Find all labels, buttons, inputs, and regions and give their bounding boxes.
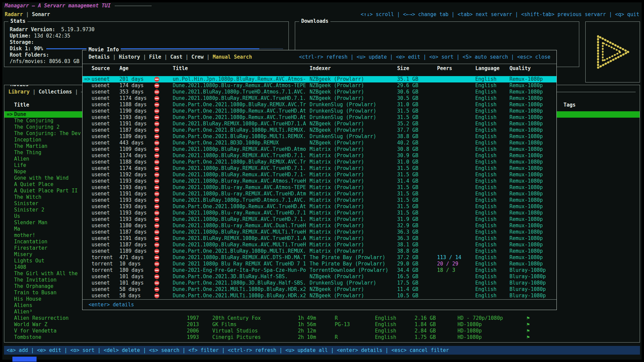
search-result-row[interactable]: usenet1109 daysDune.2021.1080p.BluRay.RE… (83, 146, 556, 153)
rejected-cell (154, 82, 173, 89)
tab-separator: | (75, 89, 78, 95)
result-title: Dune.Part.One.2021.BluRay.1080p.MULTi.RE… (173, 127, 310, 133)
search-result-row[interactable]: usenet101 daysDune.Part.One.2021.3D.BluR… (83, 274, 556, 280)
search-result-row[interactable]: usenet1187 daysDune.Part.One.2021.BluRay… (83, 127, 556, 133)
result-title: Dune.Part.One.2021.BluRay.1080p.MULTi.RE… (173, 248, 310, 254)
selection-marker (7, 296, 14, 302)
selection-marker (7, 188, 14, 194)
result-language: English (475, 95, 509, 102)
tab-separator: | (143, 54, 146, 60)
result-indexer: Miatrix (Prowlarr) (310, 146, 397, 153)
search-result-row[interactable]: usenet1189 daysDune.Part.One.2021.BluRay… (83, 133, 556, 140)
search-result-row[interactable]: usenet353 daysDune.2021.BluRay.1080p.Tru… (83, 89, 556, 95)
rejected-icon (154, 249, 159, 254)
search-result-row[interactable]: usenet1190 daysDune.Part.One.2021.1080p.… (83, 108, 556, 114)
search-result-row[interactable]: usenet1188 daysDune.Part.One.2021.1080p.… (83, 102, 556, 108)
result-language: English (475, 274, 509, 280)
result-size: 30.6 GB (397, 89, 437, 95)
search-result-row[interactable]: usenet1174 daysDune.2021.1080p.BluRay.RE… (83, 95, 556, 102)
search-result-row[interactable]: torrent10 daysDune 2021 1080p Blu Ray RE… (83, 261, 556, 267)
search-result-row[interactable]: usenet1193 daysDune.2021.1080p.BluRay.RE… (83, 216, 556, 223)
search-result-row[interactable]: usenet58 daysDune.Part.One.2021.MULTi.10… (83, 286, 556, 293)
rejected-cell (154, 203, 173, 210)
tab-sonarr[interactable]: Sonarr (32, 11, 50, 17)
search-result-row[interactable]: usenet1193 daysDune.2021.1080p.Blu-ray.R… (83, 210, 556, 216)
search-result-row[interactable]: usenet1174 daysDune.2021.1080p.BluRay.RE… (83, 165, 556, 172)
tab-cast[interactable]: Cast (170, 54, 182, 60)
column-header-title[interactable]: Title (173, 64, 310, 73)
result-peers (437, 216, 475, 223)
result-peers (437, 229, 475, 235)
column-header-language[interactable]: Language (475, 64, 509, 73)
search-result-row[interactable]: usenet58 daysDune.Part.One.2021.MULTi.10… (83, 293, 556, 299)
search-result-row[interactable]: usenet1193 daysDune.Part.One.2021.1080p.… (83, 114, 556, 121)
search-result-row[interactable]: torrent471 daysDune.2021.1080p.BluRay.RE… (83, 254, 556, 261)
search-result-row[interactable]: usenet1187 daysDune.2021.1080p.BluRay.RE… (83, 229, 556, 235)
result-title: Dune.Part.One.2021.3D.BluRay.Half-SBS. (173, 274, 310, 280)
root-folders-label: Root Folders: (10, 52, 49, 58)
uptime-label: Uptime: (10, 33, 31, 39)
rejected-cell (154, 280, 173, 286)
rejected-cell (154, 267, 173, 274)
search-result-row[interactable]: torrent180 daysDune-2021-Eng-Fre-Ger-Ita… (83, 267, 556, 274)
movie-tags (564, 296, 640, 302)
column-header-peers[interactable]: Peers (437, 64, 475, 73)
tab-file[interactable]: File (149, 54, 161, 60)
movie-row[interactable]: V for Vendetta2006Virtual Studios2h 12mE… (4, 328, 640, 334)
search-result-row[interactable]: usenet1193 daysDune.2021.BluRay.1080p.Tr… (83, 197, 556, 203)
movie-quality: HD - 720p/1080p (458, 315, 527, 321)
column-header-quality[interactable]: Quality (509, 64, 556, 73)
column-header-rejected[interactable] (154, 64, 173, 73)
search-result-row[interactable]: usenet1192 daysDune.2021.1080p.BluRay.Re… (83, 172, 556, 178)
movie-row[interactable]: Alien Resurrection199720th Century Fox1h… (4, 315, 640, 321)
search-result-row[interactable]: =>usenet201 daysun.Pol.Hin.Jpn.1080p.Blu… (83, 76, 556, 82)
movie-quality: HD-1080p (458, 334, 527, 341)
result-quality: Bluray-1080p (509, 280, 556, 286)
rejected-cell (154, 172, 173, 178)
search-result-row[interactable]: usenet1193 daysDune.2021.1080p.Bluray.Re… (83, 178, 556, 184)
managarr-logo-icon (593, 34, 633, 70)
tab-library[interactable]: Library (8, 89, 30, 95)
search-result-row[interactable]: usenet174 daysDune.2021.1080p.Blu-ray.Re… (83, 82, 556, 89)
search-result-row[interactable]: usenet1191 daysDune.2021.BluRay.REMUX.10… (83, 121, 556, 127)
search-result-row[interactable]: usenet443 daysDune.Part.One.2021.BD3D.10… (83, 140, 556, 146)
rejected-icon (154, 191, 159, 196)
result-size: 29.6 GB (397, 82, 437, 89)
rejected-cell (154, 274, 173, 280)
rejected-cell (154, 178, 173, 184)
result-indexer: Miatrix (Prowlarr) (310, 184, 397, 191)
rejected-cell (154, 286, 173, 293)
result-size: 30.8 GB (397, 146, 437, 153)
search-result-row[interactable]: usenet1193 daysDune.Part.One.2021.1080p.… (83, 203, 556, 210)
search-result-row[interactable]: usenet1180 daysDune.2021.1080p.Blu-ray.R… (83, 223, 556, 229)
search-result-row[interactable]: usenet1191 daysDune.2021.1080p.Blu-ray.R… (83, 191, 556, 197)
rejected-icon (154, 268, 159, 273)
tab-crew[interactable]: Crew (192, 54, 204, 60)
column-header-age[interactable]: Age (119, 64, 154, 73)
column-header-indexer[interactable]: Indexer (310, 64, 397, 73)
search-table-header: SourceAgeTitleIndexerSizePeersLanguageQu… (83, 64, 556, 73)
result-age: 58 days (119, 293, 154, 299)
column-header-source[interactable]: Source (92, 64, 119, 73)
result-source: usenet (92, 280, 119, 286)
search-result-row[interactable]: usenet1174 daysDune.2021.1080p.BluRay.RE… (83, 153, 556, 159)
search-result-row[interactable]: usenet1188 daysDune.Part.One.2021.1080p.… (83, 159, 556, 165)
search-result-row[interactable]: usenet1189 daysDune.Part.One.2021.BluRay… (83, 248, 556, 254)
column-header-tags[interactable]: Tags (564, 99, 640, 111)
movie-row[interactable]: Tombstone1993Cinergi Pictures2h 10mREngl… (4, 334, 640, 341)
tab-history[interactable]: History (119, 54, 140, 60)
column-header-size[interactable]: Size (397, 64, 437, 73)
result-age: 1193 days (119, 203, 154, 210)
result-language: English (475, 159, 509, 165)
tab-radarr[interactable]: Radarr (5, 11, 23, 17)
selection-marker (7, 169, 14, 175)
movie-row[interactable]: World War Z2013GK Films1h 56mPG-13Englis… (4, 321, 640, 328)
search-result-row[interactable]: usenet1191 daysDune.2021.BluRay.REMUX.10… (83, 235, 556, 242)
tab-details[interactable]: Details (89, 54, 110, 60)
search-result-row[interactable]: usenet1187 daysDune.2021.1080p.BluRay.Re… (83, 242, 556, 248)
search-result-row[interactable]: usenet1193 daysDune.2021.1080p.Blu-ray.R… (83, 184, 556, 191)
selection-marker (7, 143, 14, 149)
search-result-row[interactable]: usenet101 daysDune.Part.One.2021.1080p.3… (83, 280, 556, 286)
tab-manual-search[interactable]: Manual Search (213, 54, 252, 60)
tab-collections[interactable]: Collections (39, 89, 72, 95)
